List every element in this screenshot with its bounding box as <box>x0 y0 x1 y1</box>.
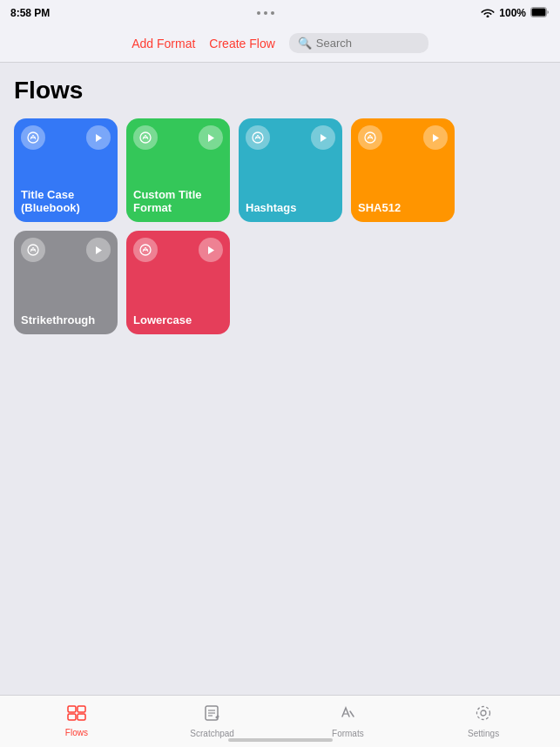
formats-icon <box>339 704 356 726</box>
svg-marker-13 <box>320 134 327 142</box>
flow-play-button[interactable] <box>423 125 448 150</box>
flow-play-button[interactable] <box>199 125 223 150</box>
nav-bar: Add Format Create Flow 🔍 <box>0 24 560 63</box>
flow-play-button[interactable] <box>86 238 111 262</box>
flow-card-label: Title Case (Bluebook) <box>21 183 111 215</box>
wifi-icon <box>481 7 495 20</box>
flow-card-label: Strikethrough <box>21 308 111 327</box>
status-center <box>257 11 274 15</box>
flow-card-title-case[interactable]: Title Case (Bluebook) <box>14 118 118 222</box>
flow-card-label: Lowercase <box>133 308 223 327</box>
battery-percentage: 100% <box>499 7 526 19</box>
flow-card-label: SHA512 <box>358 196 448 215</box>
flow-edit-icon[interactable] <box>21 238 45 262</box>
search-bar[interactable]: 🔍 <box>289 33 428 53</box>
svg-marker-21 <box>96 246 102 254</box>
home-indicator <box>228 738 333 742</box>
flow-play-button[interactable] <box>199 238 223 262</box>
flow-edit-icon[interactable] <box>133 125 158 150</box>
flow-card-strikethrough[interactable]: Strikethrough <box>14 231 118 334</box>
page-title: Flows <box>14 77 546 104</box>
tab-formats[interactable]: Formats <box>280 704 416 738</box>
svg-line-35 <box>350 711 354 717</box>
scratchpad-icon <box>204 704 221 726</box>
flow-card-custom-title[interactable]: Custom Title Format <box>126 118 230 222</box>
flow-card-sha512[interactable]: SHA512 <box>351 118 455 222</box>
flow-edit-icon[interactable] <box>133 238 158 262</box>
add-format-button[interactable]: Add Format <box>132 37 195 50</box>
flow-card-top <box>246 125 335 150</box>
status-bar: 8:58 PM 100% <box>0 0 560 24</box>
svg-rect-29 <box>78 714 85 720</box>
svg-marker-9 <box>208 134 214 142</box>
flow-edit-icon[interactable] <box>21 125 45 150</box>
svg-marker-25 <box>208 246 214 254</box>
svg-point-36 <box>481 710 486 716</box>
settings-icon <box>475 704 492 726</box>
flow-card-top <box>21 238 111 262</box>
svg-marker-17 <box>433 134 439 142</box>
dot1 <box>257 11 260 15</box>
svg-rect-1 <box>532 8 546 16</box>
flow-card-top <box>358 125 448 150</box>
flow-play-button[interactable] <box>311 125 335 150</box>
status-right: 100% <box>481 7 550 20</box>
flow-card-top <box>133 238 223 262</box>
svg-rect-27 <box>68 714 76 720</box>
search-input[interactable] <box>316 37 420 50</box>
flow-card-top <box>21 125 111 150</box>
flow-edit-icon[interactable] <box>358 125 382 150</box>
flow-card-label: Custom Title Format <box>133 183 223 215</box>
flow-card-lowercase[interactable]: Lowercase <box>126 231 230 334</box>
svg-point-37 <box>477 707 490 720</box>
formats-tab-label: Formats <box>332 729 364 738</box>
svg-marker-5 <box>96 134 102 142</box>
tab-settings[interactable]: Settings <box>415 704 551 738</box>
main-content: Flows Title Case (Bluebook) <box>0 63 560 695</box>
flow-card-label: Hashtags <box>246 196 335 215</box>
flows-icon <box>67 705 86 725</box>
search-icon: 🔍 <box>298 37 312 50</box>
scratchpad-tab-label: Scratchpad <box>190 729 234 738</box>
flow-card-hashtags[interactable]: Hashtags <box>239 118 342 222</box>
flows-tab-label: Flows <box>65 728 88 737</box>
flow-edit-icon[interactable] <box>246 125 270 150</box>
status-time: 8:58 PM <box>10 7 50 19</box>
svg-rect-26 <box>68 706 76 712</box>
flow-card-top <box>133 125 223 150</box>
dot2 <box>264 11 267 15</box>
battery-icon <box>530 7 550 20</box>
svg-rect-28 <box>78 706 85 712</box>
flow-play-button[interactable] <box>86 125 111 150</box>
tab-flows[interactable]: Flows <box>9 705 145 737</box>
settings-tab-label: Settings <box>468 729 499 738</box>
create-flow-button[interactable]: Create Flow <box>209 37 274 50</box>
dot3 <box>271 11 274 15</box>
flows-grid: Title Case (Bluebook) Custom T <box>14 118 546 334</box>
tab-scratchpad[interactable]: Scratchpad <box>145 704 280 738</box>
